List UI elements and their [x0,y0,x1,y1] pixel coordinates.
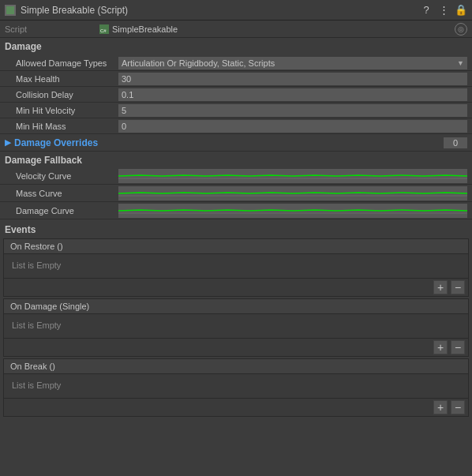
damage-curve-row: Damage Curve [0,202,472,219]
on-damage-title: On Damage (Single) [4,299,468,314]
on-break-footer: + − [4,398,468,416]
allowed-damage-types-dropdown[interactable]: Articulation Or Rigidbody, Static, Scrip… [118,57,467,69]
min-hit-velocity-row: Min Hit Velocity 5 [0,103,472,118]
on-restore-remove-button[interactable]: − [451,280,465,294]
on-damage-remove-button[interactable]: − [451,340,465,354]
min-hit-mass-value[interactable]: 0 [118,120,467,133]
damage-curve-preview[interactable] [118,204,467,218]
on-restore-add-button[interactable]: + [433,280,448,294]
on-restore-footer: + − [4,278,468,296]
damage-fallback-header: Damage Fallback [0,152,472,167]
on-damage-empty: List is Empty [4,314,468,338]
damage-overrides-label: Damage Overrides [14,137,444,148]
on-damage-block: On Damage (Single) List is Empty + − [3,298,469,357]
menu-icon[interactable]: ⋮ [437,4,450,17]
script-icon: C# [99,24,109,34]
script-filename: SimpleBreakable [112,24,178,34]
window-icon [5,5,16,16]
inspector-panel: Script C# SimpleBreakable ◎ Damage Allow… [0,21,472,476]
script-value: C# SimpleBreakable [99,24,455,34]
min-hit-mass-label: Min Hit Mass [16,122,118,131]
damage-curve-label: Damage Curve [16,206,118,216]
damage-overrides-row[interactable]: ▶ Damage Overrides 0 [0,134,472,152]
titlebar-controls: ? ⋮ 🔒 [420,4,467,17]
on-restore-block: On Restore () List is Empty + − [3,238,469,297]
script-selector[interactable]: ◎ [455,23,467,36]
max-health-label: Max Health [16,74,118,84]
on-break-add-button[interactable]: + [433,400,448,414]
damage-overrides-count: 0 [444,137,467,148]
mass-curve-row: Mass Curve [0,185,472,202]
max-health-value[interactable]: 30 [118,73,467,85]
min-hit-velocity-label: Min Hit Velocity [16,106,118,115]
on-break-title: On Break () [4,359,468,374]
damage-overrides-triangle-icon: ▶ [5,137,11,148]
velocity-curve-label: Velocity Curve [16,171,118,181]
damage-header: Damage [0,38,472,55]
on-restore-empty: List is Empty [4,254,468,278]
velocity-curve-svg [118,169,467,183]
allowed-damage-types-value: Articulation Or Rigidbody, Static, Scrip… [122,58,457,68]
velocity-curve-row: Velocity Curve [0,167,472,185]
on-break-empty: List is Empty [4,374,468,398]
titlebar: Simple Breakable (Script) ? ⋮ 🔒 [0,0,472,21]
damage-curve-svg [118,204,467,218]
script-row: Script C# SimpleBreakable ◎ [0,21,472,38]
allowed-damage-types-row: Allowed Damage Types Articulation Or Rig… [0,55,472,71]
script-label: Script [5,24,99,34]
on-break-block: On Break () List is Empty + − [3,358,469,417]
mass-curve-svg [118,186,467,201]
allowed-damage-types-label: Allowed Damage Types [16,58,118,68]
collision-delay-label: Collision Delay [16,90,118,99]
on-break-remove-button[interactable]: − [451,400,465,414]
on-damage-add-button[interactable]: + [433,340,448,354]
collision-delay-row: Collision Delay 0.1 [0,87,472,103]
min-hit-velocity-value[interactable]: 5 [118,104,467,117]
min-hit-mass-row: Min Hit Mass 0 [0,118,472,134]
max-health-row: Max Health 30 [0,71,472,87]
velocity-curve-preview[interactable] [118,169,467,183]
help-icon[interactable]: ? [420,4,433,17]
svg-rect-1 [6,6,14,14]
events-header: Events [0,219,472,237]
on-damage-footer: + − [4,338,468,356]
on-restore-title: On Restore () [4,239,468,254]
dropdown-arrow-icon: ▼ [457,59,464,67]
window-title: Simple Breakable (Script) [21,5,415,16]
svg-text:C#: C# [100,28,107,33]
lock-icon[interactable]: 🔒 [455,4,467,17]
mass-curve-label: Mass Curve [16,189,118,198]
collision-delay-value[interactable]: 0.1 [118,88,467,101]
mass-curve-preview[interactable] [118,186,467,201]
